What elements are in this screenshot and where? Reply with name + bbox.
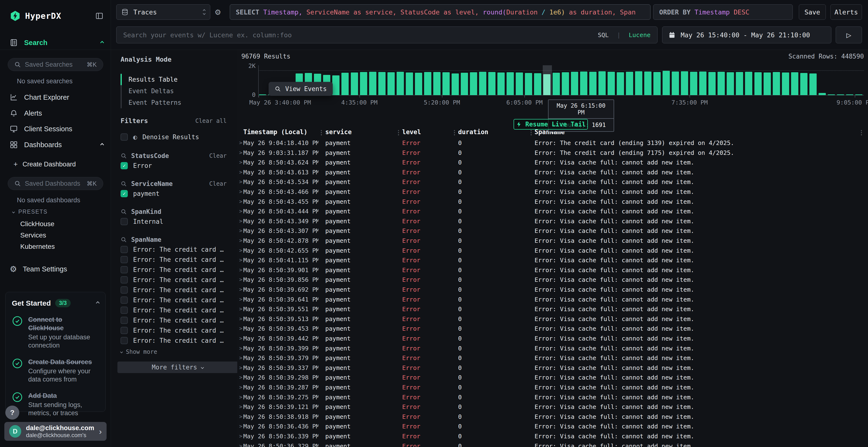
histogram-bar[interactable] <box>442 72 450 95</box>
histogram-bar[interactable] <box>800 73 807 95</box>
histogram-bar[interactable] <box>635 71 642 95</box>
saved-dashboards-input[interactable]: Saved Dashboards ⌘K <box>8 177 103 190</box>
checkbox-checked[interactable]: ✓ <box>121 190 128 197</box>
checkbox-unchecked[interactable] <box>121 266 128 273</box>
histogram-bar[interactable] <box>580 72 587 95</box>
histogram-bar[interactable] <box>433 72 440 95</box>
histogram-bar[interactable] <box>506 72 514 95</box>
show-more-link[interactable]: Show more <box>121 348 227 355</box>
table-row[interactable]: >May 26 8:50:39.442 PMpaymentError0Error… <box>237 333 868 343</box>
histogram-bar[interactable] <box>589 72 596 95</box>
language-toggle-sql[interactable]: SQL <box>598 32 609 38</box>
save-button[interactable]: Save <box>799 4 826 20</box>
preset-services[interactable]: Services <box>20 232 46 239</box>
column-resize-handle-icon[interactable]: ⋮ <box>396 129 402 136</box>
histogram-bar[interactable] <box>662 71 670 95</box>
histogram-bar[interactable] <box>699 72 707 95</box>
event-search-input[interactable]: Search your events w/ Lucene ex. column:… <box>116 27 657 43</box>
table-row[interactable]: >May 26 8:50:39.856 PMpaymentError0Error… <box>237 275 868 284</box>
histogram-bar[interactable] <box>809 73 817 95</box>
histogram-bar[interactable] <box>828 94 835 95</box>
table-row[interactable]: >May 26 8:50:42.878 PMpaymentError0Error… <box>237 236 868 245</box>
checkbox-unchecked[interactable] <box>121 307 128 314</box>
table-row[interactable]: >May 26 8:50:39.641 PMpaymentError0Error… <box>237 294 868 304</box>
table-row[interactable]: >May 26 8:50:36.339 PMpaymentError0Error… <box>237 431 868 441</box>
events-histogram[interactable]: May 26 3:40:00 PM4:35:00 PM5:20:00 PM6:0… <box>258 65 864 95</box>
table-row[interactable]: >May 26 8:50:38.918 PMpaymentError0Error… <box>237 412 868 421</box>
more-filters-button[interactable]: More filters <box>117 362 238 373</box>
checkbox-unchecked[interactable] <box>121 276 128 283</box>
checkbox-unchecked[interactable] <box>121 337 128 344</box>
checkbox-unchecked[interactable] <box>121 297 128 304</box>
filter-option[interactable]: Internal <box>121 216 227 227</box>
table-row[interactable]: >May 26 8:50:43.455 PMpaymentError0Error… <box>237 197 868 206</box>
get-started-item[interactable]: Create Data Sources Configure where your… <box>12 358 99 384</box>
run-query-button[interactable]: ▷ <box>836 27 862 43</box>
filter-option[interactable]: Error: The credit card … <box>121 275 227 285</box>
clear-filter-link[interactable]: Clear <box>209 152 227 159</box>
histogram-bar[interactable] <box>415 73 422 95</box>
sidebar-item-search[interactable]: Search <box>10 37 103 49</box>
column-header-service[interactable]: service <box>325 128 352 136</box>
table-row[interactable]: >May 26 8:50:39.551 PMpaymentError0Error… <box>237 304 868 314</box>
histogram-bar[interactable] <box>341 73 349 95</box>
histogram-bar[interactable] <box>479 72 486 95</box>
filter-option[interactable]: ✓payment <box>121 188 227 199</box>
table-row[interactable]: >May 26 8:50:39.453 PMpaymentError0Error… <box>237 323 868 333</box>
filter-option[interactable]: Error: The credit card … <box>121 336 227 346</box>
histogram-bar[interactable] <box>571 72 578 95</box>
table-row[interactable]: >May 26 8:50:43.613 PMpaymentError0Error… <box>237 167 868 177</box>
histogram-bar[interactable] <box>461 73 468 95</box>
histogram-bar[interactable] <box>378 72 385 95</box>
checkbox-unchecked[interactable] <box>121 327 128 334</box>
sidebar-item-client-sessions[interactable]: Client Sessions <box>10 123 103 135</box>
histogram-bar[interactable] <box>690 72 697 95</box>
histogram-bar[interactable] <box>672 72 679 95</box>
chevron-up-icon[interactable] <box>96 301 100 305</box>
language-toggle-lucene[interactable]: Lucene <box>629 32 651 38</box>
get-started-item[interactable]: Connect to ClickHouse Set up your databa… <box>12 315 99 350</box>
column-header-timestamp-local-[interactable]: Timestamp (Local) <box>243 128 307 136</box>
histogram-bar[interactable] <box>855 94 863 95</box>
table-row[interactable]: >May 26 9:03:31.187 PMpaymentError0Error… <box>237 148 868 158</box>
histogram-bar[interactable] <box>360 72 367 95</box>
user-menu[interactable]: D dale@clickhouse.com dale@clickhouse.co… <box>4 422 106 441</box>
checkbox-unchecked[interactable] <box>121 246 128 253</box>
histogram-bar[interactable] <box>754 72 762 95</box>
filter-option[interactable]: Error: The credit card … <box>121 305 227 315</box>
sidebar-item-dashboards[interactable]: Dashboards <box>10 139 103 151</box>
histogram-bar[interactable] <box>452 73 459 95</box>
table-row[interactable]: >May 26 8:50:36.329 PMpaymentError0Error… <box>237 441 868 447</box>
table-row[interactable]: >May 26 8:50:39.298 PMpaymentError0Error… <box>237 372 868 382</box>
histogram-bar[interactable] <box>497 72 505 95</box>
checkbox-unchecked[interactable] <box>121 317 128 324</box>
preset-kubernetes[interactable]: Kubernetes <box>20 243 55 250</box>
sidebar-item-chart-explorer[interactable]: Chart Explorer <box>10 91 103 103</box>
table-row[interactable]: >May 26 8:50:39.287 PMpaymentError0Error… <box>237 382 868 392</box>
filter-option[interactable]: Error: The credit card … <box>121 295 227 305</box>
denoise-results-toggle[interactable]: ◐ Denoise Results <box>121 131 227 143</box>
table-row[interactable]: >May 26 8:50:43.349 PMpaymentError0Error… <box>237 216 868 226</box>
table-row[interactable]: >May 26 8:50:43.307 PMpaymentError0Error… <box>237 226 868 236</box>
get-started-item[interactable]: Add Data Start sending logs, metrics, or… <box>12 391 99 417</box>
sidebar-collapse-icon[interactable] <box>95 12 103 20</box>
view-events-tooltip-button[interactable]: View Events <box>269 82 333 96</box>
order-by-editor[interactable]: ORDER BY Timestamp DESC <box>653 4 793 20</box>
histogram-bar[interactable] <box>681 71 688 95</box>
histogram-bar[interactable] <box>406 72 413 95</box>
histogram-bar[interactable] <box>617 72 624 95</box>
table-row[interactable]: >May 26 8:50:41.115 PMpaymentError0Error… <box>237 255 868 265</box>
histogram-bar[interactable] <box>351 72 358 95</box>
histogram-bar[interactable] <box>608 72 615 95</box>
column-resize-handle-icon[interactable]: ⋮ <box>318 129 324 136</box>
histogram-bar[interactable] <box>470 72 477 95</box>
filter-option[interactable]: Error: The credit card … <box>121 265 227 275</box>
table-row[interactable]: >May 26 8:50:36.436 PMpaymentError0Error… <box>237 421 868 431</box>
histogram-bar[interactable] <box>745 72 752 95</box>
table-row[interactable]: >May 26 8:50:39.275 PMpaymentError0Error… <box>237 392 868 402</box>
histogram-bar[interactable] <box>332 75 340 95</box>
column-resize-handle-icon[interactable]: ⋮ <box>452 129 458 136</box>
histogram-bar[interactable] <box>525 73 532 95</box>
table-row[interactable]: >May 26 8:50:39.337 PMpaymentError0Error… <box>237 363 868 373</box>
table-row[interactable]: >May 26 8:50:42.655 PMpaymentError0Error… <box>237 245 868 255</box>
